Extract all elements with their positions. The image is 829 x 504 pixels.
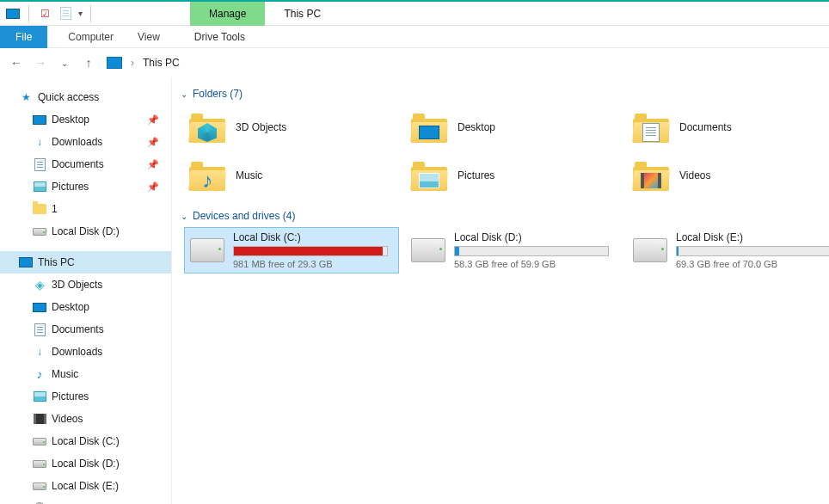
chevron-down-icon: ⌄ [181, 89, 187, 99]
sidebar-item-label: Local Disk (D:) [52, 225, 120, 237]
separator [90, 5, 91, 22]
sidebar-item-downloads[interactable]: ↓Downloads [0, 341, 171, 363]
folder-label: Videos [679, 169, 710, 181]
folder-label: Desktop [457, 121, 495, 133]
pc-icon [19, 255, 33, 269]
folder-desktop[interactable]: Desktop [406, 105, 621, 150]
group-header-drives[interactable]: ⌄ Devices and drives (4) [181, 210, 820, 222]
folder-icon [189, 112, 225, 143]
sidebar-item-1[interactable]: 1 [0, 198, 171, 220]
sidebar-item-label: Pictures [52, 181, 89, 193]
videos-icon [33, 412, 46, 426]
drive-local-disk-e-[interactable]: Local Disk (E:)69.3 GB free of 70.0 GB [628, 227, 829, 274]
drive-free-text: 69.3 GB free of 70.0 GB [676, 259, 829, 269]
sidebar-item-pictures[interactable]: Pictures [0, 385, 171, 408]
navigation-pane: ★ Quick access Desktop📌↓Downloads📌Docume… [0, 77, 172, 504]
titlebar: ☑ ▾ Manage This PC [0, 2, 829, 26]
sidebar-item-label: Local Disk (C:) [52, 435, 120, 447]
folder-music[interactable]: ♪Music [184, 153, 399, 198]
desktop-icon [33, 113, 46, 126]
pictures-icon [33, 390, 46, 403]
folder-icon [633, 160, 669, 191]
drive-free-text: 981 MB free of 29.3 GB [233, 259, 393, 269]
sidebar-item-videos[interactable]: Videos [0, 408, 171, 430]
folder-3d-objects[interactable]: 3D Objects [184, 105, 399, 150]
sidebar-item-label: Local Disk (E:) [52, 480, 119, 492]
pin-icon: 📌 [147, 114, 159, 126]
folder-icon: ♪ [189, 160, 225, 191]
downloads-icon: ↓ [33, 345, 46, 359]
back-button[interactable]: ← [7, 53, 26, 72]
drive-local-disk-d-[interactable]: Local Disk (D:)58.3 GB free of 59.9 GB [406, 227, 621, 274]
navigation-bar: ← → ⌄ ↑ › This PC [0, 48, 829, 77]
pc-icon [107, 57, 122, 69]
drive-name: Local Disk (D:) [454, 231, 616, 243]
drive-info: Local Disk (E:)69.3 GB free of 70.0 GB [676, 231, 829, 269]
sidebar-item-music[interactable]: ♪Music [0, 363, 171, 385]
folder-label: 3D Objects [236, 121, 286, 133]
sidebar-item-local-disk-e-[interactable]: Local Disk (E:) [0, 475, 171, 497]
chevron-down-icon: ⌄ [181, 212, 187, 221]
sidebar-this-pc[interactable]: This PC [0, 251, 171, 274]
window-title: This PC [265, 8, 321, 20]
up-button[interactable]: ↑ [79, 53, 98, 72]
ribbon-tabs: File Computer View Drive Tools [0, 26, 829, 48]
downloads-icon: ↓ [33, 135, 46, 149]
drive-local-disk-c-[interactable]: Local Disk (C:)981 MB free of 29.3 GB [184, 227, 399, 274]
group-header-folders[interactable]: ⌄ Folders (7) [181, 88, 820, 100]
sidebar-item-label: Desktop [52, 301, 89, 313]
sidebar-item-desktop[interactable]: Desktop📌 [0, 108, 171, 131]
tab-drive-tools[interactable]: Drive Tools [186, 26, 254, 47]
sidebar-item-documents[interactable]: Documents📌 [0, 153, 171, 175]
qat-dropdown[interactable]: ▾ [78, 9, 83, 18]
sidebar-item-label: Desktop [52, 114, 89, 126]
folder-icon [33, 202, 46, 216]
folder-icon [633, 112, 669, 143]
sidebar-item-label: 1 [52, 203, 58, 215]
drive-icon [33, 224, 46, 238]
sidebar-item-label: Downloads [52, 136, 102, 148]
drive-icon [33, 479, 46, 493]
tab-view[interactable]: View [126, 26, 172, 48]
pin-icon: 📌 [147, 181, 159, 193]
sidebar-item-label: 3D Objects [52, 279, 102, 291]
folder-pictures[interactable]: Pictures [406, 153, 621, 198]
drive-icon [33, 434, 46, 448]
file-tab[interactable]: File [0, 26, 47, 48]
sidebar-item-label: Documents [52, 323, 104, 335]
sidebar-item-downloads[interactable]: ↓Downloads📌 [0, 131, 171, 153]
sidebar-label: This PC [38, 256, 75, 268]
breadcrumb-separator: › [131, 57, 134, 69]
sidebar-item-local-disk-d-[interactable]: Local Disk (D:) [0, 452, 171, 475]
sidebar-item-desktop[interactable]: Desktop [0, 296, 171, 318]
folder-videos[interactable]: Videos [628, 153, 829, 198]
sidebar-item-pictures[interactable]: Pictures📌 [0, 175, 171, 198]
drive-icon [411, 238, 445, 262]
tab-computer[interactable]: Computer [56, 26, 126, 48]
sidebar-item-local-disk-c-[interactable]: Local Disk (C:) [0, 430, 171, 452]
sidebar-label: Quick access [38, 91, 99, 103]
music-icon: ♪ [33, 367, 46, 381]
context-tab-manage[interactable]: Manage [190, 2, 265, 26]
forward-button[interactable]: → [31, 53, 50, 72]
sidebar-item-cd-drive-g-[interactable]: CD Drive (G:) [0, 497, 171, 504]
folder-documents[interactable]: Documents [628, 105, 829, 150]
recent-locations-dropdown[interactable]: ⌄ [55, 53, 74, 72]
properties-icon[interactable]: ☑ [37, 6, 52, 22]
sidebar-item-local-disk-d-[interactable]: Local Disk (D:) [0, 220, 171, 243]
star-icon: ★ [19, 90, 33, 104]
sidebar-item-3d-objects[interactable]: ◈3D Objects [0, 274, 171, 296]
drive-capacity-bar [233, 246, 388, 256]
drive-capacity-bar [676, 246, 829, 256]
separator [28, 5, 29, 22]
sidebar-item-documents[interactable]: Documents [0, 318, 171, 341]
breadcrumb-location[interactable]: This PC [143, 57, 180, 69]
drive-icon [33, 457, 46, 470]
drive-name: Local Disk (E:) [676, 231, 829, 243]
folder-label: Documents [679, 121, 732, 133]
sidebar-quick-access[interactable]: ★ Quick access [0, 86, 171, 108]
quick-access-toolbar: ☑ ▾ [0, 5, 94, 22]
pictures-icon [33, 180, 46, 194]
folder-label: Music [236, 169, 262, 181]
new-folder-icon[interactable] [58, 6, 73, 22]
